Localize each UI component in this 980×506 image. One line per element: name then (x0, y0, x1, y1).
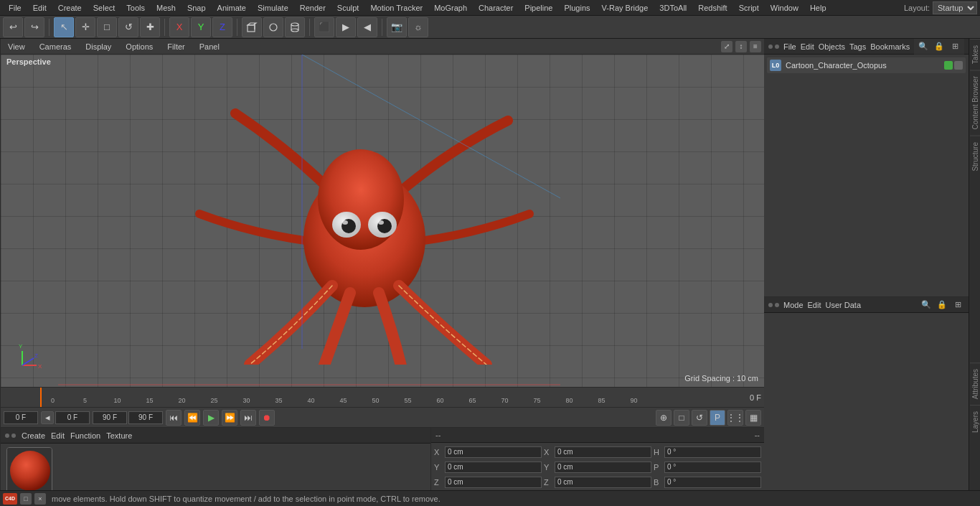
z-pos-input[interactable] (445, 477, 542, 488)
view-menu-display[interactable]: Display (81, 42, 116, 51)
dope-sheet-button[interactable]: ⋮⋮ (727, 410, 743, 426)
tab-takes[interactable]: Takes (970, 39, 980, 70)
menu-sculpt[interactable]: Sculpt (331, 0, 365, 15)
menu-window[interactable]: Window (765, 0, 804, 15)
attr-lock-icon[interactable]: 🔒 (936, 299, 948, 311)
axis-x-button[interactable]: X (169, 17, 189, 37)
status-icon-3[interactable]: × (34, 493, 46, 505)
3d-viewport[interactable]: Perspective (1, 55, 764, 387)
menu-simulate[interactable]: Simulate (252, 0, 294, 15)
menu-redshift[interactable]: Redshift (692, 0, 732, 15)
object-row[interactable]: L0 Cartoon_Character_Octopus (767, 57, 966, 73)
auto-key-button[interactable]: ↺ (692, 410, 707, 426)
menu-3dtoall[interactable]: 3DToAll (654, 0, 692, 15)
undo-button[interactable]: ↩ (3, 17, 23, 37)
rotate-tool-button[interactable]: ↺ (118, 17, 138, 37)
menu-edit[interactable]: Edit (27, 0, 52, 15)
move-tool-button[interactable]: ✛ (75, 17, 95, 37)
objects-menu-objects[interactable]: Objects (819, 42, 845, 51)
tab-attributes[interactable]: Attributes (970, 362, 980, 405)
axis-z-button[interactable]: Z (212, 17, 232, 37)
attr-search-icon[interactable]: 🔍 (920, 299, 933, 311)
record-button[interactable]: ⏺ (259, 410, 275, 426)
objects-menu-bookmarks[interactable]: Bookmarks (870, 42, 910, 51)
render-button[interactable]: ◀ (357, 17, 377, 37)
objects-menu-file[interactable]: File (783, 42, 796, 51)
menu-file[interactable]: File (3, 0, 27, 15)
status-visible-dot[interactable] (944, 61, 953, 70)
menu-help[interactable]: Help (804, 0, 832, 15)
view-options-button[interactable]: ≡ (750, 41, 761, 52)
layout-select[interactable]: Startup (933, 1, 977, 14)
tab-layers[interactable]: Layers (970, 405, 980, 439)
axis-y-button[interactable]: Y (191, 17, 211, 37)
go-to-start-button[interactable]: ⏮ (166, 410, 182, 426)
menu-plugins[interactable]: Plugins (558, 0, 595, 15)
material-menu-function[interactable]: Function (70, 431, 100, 440)
menu-character[interactable]: Character (473, 0, 519, 15)
menu-pipeline[interactable]: Pipeline (519, 0, 558, 15)
grid-icon[interactable]: ⊞ (948, 39, 961, 52)
timeline-playhead[interactable] (40, 388, 42, 407)
material-menu-texture[interactable]: Texture (106, 431, 132, 440)
attributes-menu-userdata[interactable]: User Data (826, 301, 862, 309)
transform-tool-button[interactable]: ✚ (140, 17, 160, 37)
light-button[interactable]: ☼ (408, 17, 428, 37)
view-menu-view[interactable]: View (4, 42, 29, 51)
camera-button[interactable]: 📷 (387, 17, 407, 37)
step-forward-button[interactable]: ⏩ (222, 410, 237, 426)
menu-render[interactable]: Render (294, 0, 331, 15)
x-pos-input[interactable] (445, 446, 542, 458)
menu-motion-tracker[interactable]: Motion Tracker (364, 0, 428, 15)
p-rot-input[interactable] (664, 462, 761, 473)
menu-tools[interactable]: Tools (121, 0, 151, 15)
x-size-input[interactable] (555, 446, 651, 458)
keyframe-button[interactable]: ⊕ (656, 410, 672, 426)
search-icon[interactable]: 🔍 (917, 39, 930, 52)
frame-step-down-button[interactable]: ◂ (41, 411, 54, 424)
step-back-button[interactable]: ⏪ (184, 410, 200, 426)
attributes-menu-edit[interactable]: Edit (808, 301, 821, 309)
go-to-end-button[interactable]: ⏭ (240, 410, 256, 426)
menu-vray[interactable]: V-Ray Bridge (596, 0, 654, 15)
attr-config-icon[interactable]: ⊞ (951, 299, 964, 311)
status-icon-2[interactable]: □ (20, 493, 32, 505)
motion-clip-button[interactable]: P (710, 410, 725, 426)
play-button[interactable]: ▶ (203, 410, 219, 426)
menu-mograph[interactable]: MoGraph (428, 0, 473, 15)
current-frame-input[interactable] (4, 411, 38, 424)
selection-key-button[interactable]: □ (674, 410, 689, 426)
objects-menu-edit[interactable]: Edit (801, 42, 814, 51)
menu-create[interactable]: Create (52, 0, 88, 15)
select-tool-button[interactable]: ↖ (54, 17, 74, 37)
menu-animate[interactable]: Animate (212, 0, 252, 15)
menu-select[interactable]: Select (88, 0, 121, 15)
view-fullscreen-button[interactable]: ↕ (735, 41, 747, 52)
render-active-view-button[interactable]: ▶ (336, 17, 356, 37)
lock-icon[interactable]: 🔒 (933, 39, 946, 52)
timeline-toggle-button[interactable]: ▦ (745, 410, 761, 426)
end-frame-input2[interactable] (128, 411, 163, 424)
menu-mesh[interactable]: Mesh (151, 0, 182, 15)
maxon-logo-icon[interactable]: C4D (3, 493, 17, 505)
h-rot-input[interactable] (664, 446, 761, 458)
menu-snap[interactable]: Snap (182, 0, 212, 15)
status-render-dot[interactable] (954, 61, 963, 70)
view-menu-panel[interactable]: Panel (195, 42, 224, 51)
y-pos-input[interactable] (445, 462, 542, 473)
timeline[interactable]: 0 5 10 15 20 25 30 35 40 45 50 55 60 65 … (1, 387, 764, 407)
attributes-menu-mode[interactable]: Mode (783, 301, 804, 309)
tab-content-browser[interactable]: Content Browser (970, 70, 980, 135)
end-frame-input[interactable] (93, 411, 127, 424)
menu-script[interactable]: Script (733, 0, 765, 15)
objects-menu-tags[interactable]: Tags (849, 42, 866, 51)
cylinder-button[interactable] (285, 17, 305, 37)
scale-tool-button[interactable]: □ (97, 17, 117, 37)
redo-button[interactable]: ↪ (24, 17, 44, 37)
view-menu-options[interactable]: Options (121, 42, 157, 51)
view-menu-filter[interactable]: Filter (163, 42, 189, 51)
sphere-button[interactable] (263, 17, 283, 37)
b-rot-input[interactable] (664, 477, 761, 488)
material-menu-edit[interactable]: Edit (51, 431, 65, 440)
tab-structure[interactable]: Structure (970, 136, 980, 177)
